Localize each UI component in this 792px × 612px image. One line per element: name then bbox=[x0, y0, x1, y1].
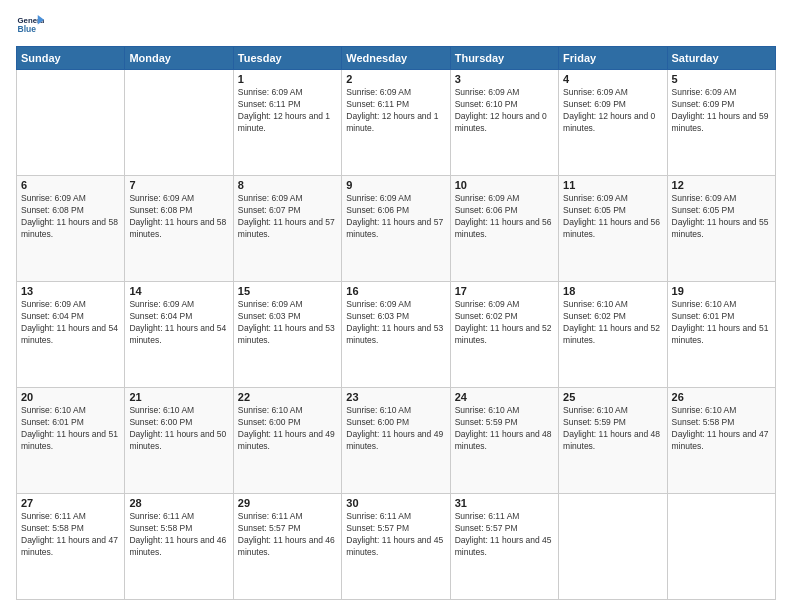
calendar-cell: 7Sunrise: 6:09 AMSunset: 6:08 PMDaylight… bbox=[125, 176, 233, 282]
cell-info: Sunrise: 6:09 AMSunset: 6:02 PMDaylight:… bbox=[455, 299, 554, 347]
day-number: 11 bbox=[563, 179, 662, 191]
cell-info: Sunrise: 6:09 AMSunset: 6:08 PMDaylight:… bbox=[129, 193, 228, 241]
calendar-cell: 14Sunrise: 6:09 AMSunset: 6:04 PMDayligh… bbox=[125, 282, 233, 388]
calendar-cell: 12Sunrise: 6:09 AMSunset: 6:05 PMDayligh… bbox=[667, 176, 775, 282]
day-number: 7 bbox=[129, 179, 228, 191]
cell-info: Sunrise: 6:09 AMSunset: 6:04 PMDaylight:… bbox=[21, 299, 120, 347]
calendar-cell bbox=[667, 494, 775, 600]
calendar-cell: 1Sunrise: 6:09 AMSunset: 6:11 PMDaylight… bbox=[233, 70, 341, 176]
day-number: 22 bbox=[238, 391, 337, 403]
cell-info: Sunrise: 6:10 AMSunset: 6:02 PMDaylight:… bbox=[563, 299, 662, 347]
cell-info: Sunrise: 6:09 AMSunset: 6:07 PMDaylight:… bbox=[238, 193, 337, 241]
calendar-cell: 23Sunrise: 6:10 AMSunset: 6:00 PMDayligh… bbox=[342, 388, 450, 494]
cell-info: Sunrise: 6:10 AMSunset: 6:00 PMDaylight:… bbox=[238, 405, 337, 453]
calendar-cell: 3Sunrise: 6:09 AMSunset: 6:10 PMDaylight… bbox=[450, 70, 558, 176]
cell-info: Sunrise: 6:09 AMSunset: 6:09 PMDaylight:… bbox=[563, 87, 662, 135]
cell-info: Sunrise: 6:09 AMSunset: 6:11 PMDaylight:… bbox=[238, 87, 337, 135]
cell-info: Sunrise: 6:10 AMSunset: 6:01 PMDaylight:… bbox=[21, 405, 120, 453]
cell-info: Sunrise: 6:11 AMSunset: 5:58 PMDaylight:… bbox=[21, 511, 120, 559]
cell-info: Sunrise: 6:09 AMSunset: 6:03 PMDaylight:… bbox=[238, 299, 337, 347]
svg-text:Blue: Blue bbox=[18, 24, 37, 34]
weekday-header-wednesday: Wednesday bbox=[342, 47, 450, 70]
day-number: 16 bbox=[346, 285, 445, 297]
calendar-cell: 27Sunrise: 6:11 AMSunset: 5:58 PMDayligh… bbox=[17, 494, 125, 600]
calendar-cell: 16Sunrise: 6:09 AMSunset: 6:03 PMDayligh… bbox=[342, 282, 450, 388]
day-number: 29 bbox=[238, 497, 337, 509]
calendar-cell: 28Sunrise: 6:11 AMSunset: 5:58 PMDayligh… bbox=[125, 494, 233, 600]
cell-info: Sunrise: 6:09 AMSunset: 6:05 PMDaylight:… bbox=[563, 193, 662, 241]
day-number: 8 bbox=[238, 179, 337, 191]
page: General Blue SundayMondayTuesdayWednesda… bbox=[0, 0, 792, 612]
calendar-cell: 2Sunrise: 6:09 AMSunset: 6:11 PMDaylight… bbox=[342, 70, 450, 176]
cell-info: Sunrise: 6:09 AMSunset: 6:04 PMDaylight:… bbox=[129, 299, 228, 347]
day-number: 5 bbox=[672, 73, 771, 85]
day-number: 26 bbox=[672, 391, 771, 403]
day-number: 23 bbox=[346, 391, 445, 403]
calendar-cell: 25Sunrise: 6:10 AMSunset: 5:59 PMDayligh… bbox=[559, 388, 667, 494]
week-row-1: 1Sunrise: 6:09 AMSunset: 6:11 PMDaylight… bbox=[17, 70, 776, 176]
logo-icon: General Blue bbox=[16, 12, 44, 40]
calendar-cell: 29Sunrise: 6:11 AMSunset: 5:57 PMDayligh… bbox=[233, 494, 341, 600]
cell-info: Sunrise: 6:11 AMSunset: 5:57 PMDaylight:… bbox=[346, 511, 445, 559]
cell-info: Sunrise: 6:10 AMSunset: 6:01 PMDaylight:… bbox=[672, 299, 771, 347]
day-number: 31 bbox=[455, 497, 554, 509]
calendar-cell: 19Sunrise: 6:10 AMSunset: 6:01 PMDayligh… bbox=[667, 282, 775, 388]
cell-info: Sunrise: 6:09 AMSunset: 6:03 PMDaylight:… bbox=[346, 299, 445, 347]
day-number: 21 bbox=[129, 391, 228, 403]
cell-info: Sunrise: 6:09 AMSunset: 6:08 PMDaylight:… bbox=[21, 193, 120, 241]
day-number: 18 bbox=[563, 285, 662, 297]
cell-info: Sunrise: 6:11 AMSunset: 5:58 PMDaylight:… bbox=[129, 511, 228, 559]
day-number: 15 bbox=[238, 285, 337, 297]
calendar-cell: 8Sunrise: 6:09 AMSunset: 6:07 PMDaylight… bbox=[233, 176, 341, 282]
weekday-header-tuesday: Tuesday bbox=[233, 47, 341, 70]
calendar-cell: 26Sunrise: 6:10 AMSunset: 5:58 PMDayligh… bbox=[667, 388, 775, 494]
day-number: 6 bbox=[21, 179, 120, 191]
cell-info: Sunrise: 6:09 AMSunset: 6:06 PMDaylight:… bbox=[455, 193, 554, 241]
calendar-cell: 20Sunrise: 6:10 AMSunset: 6:01 PMDayligh… bbox=[17, 388, 125, 494]
weekday-header-thursday: Thursday bbox=[450, 47, 558, 70]
day-number: 1 bbox=[238, 73, 337, 85]
cell-info: Sunrise: 6:09 AMSunset: 6:11 PMDaylight:… bbox=[346, 87, 445, 135]
day-number: 9 bbox=[346, 179, 445, 191]
calendar-cell bbox=[559, 494, 667, 600]
day-number: 25 bbox=[563, 391, 662, 403]
calendar-cell: 18Sunrise: 6:10 AMSunset: 6:02 PMDayligh… bbox=[559, 282, 667, 388]
day-number: 19 bbox=[672, 285, 771, 297]
week-row-2: 6Sunrise: 6:09 AMSunset: 6:08 PMDaylight… bbox=[17, 176, 776, 282]
calendar-cell: 11Sunrise: 6:09 AMSunset: 6:05 PMDayligh… bbox=[559, 176, 667, 282]
cell-info: Sunrise: 6:11 AMSunset: 5:57 PMDaylight:… bbox=[455, 511, 554, 559]
cell-info: Sunrise: 6:10 AMSunset: 5:58 PMDaylight:… bbox=[672, 405, 771, 453]
day-number: 13 bbox=[21, 285, 120, 297]
cell-info: Sunrise: 6:10 AMSunset: 5:59 PMDaylight:… bbox=[455, 405, 554, 453]
calendar-table: SundayMondayTuesdayWednesdayThursdayFrid… bbox=[16, 46, 776, 600]
cell-info: Sunrise: 6:09 AMSunset: 6:09 PMDaylight:… bbox=[672, 87, 771, 135]
calendar-cell: 31Sunrise: 6:11 AMSunset: 5:57 PMDayligh… bbox=[450, 494, 558, 600]
header: General Blue bbox=[16, 12, 776, 40]
day-number: 2 bbox=[346, 73, 445, 85]
calendar-cell: 17Sunrise: 6:09 AMSunset: 6:02 PMDayligh… bbox=[450, 282, 558, 388]
cell-info: Sunrise: 6:10 AMSunset: 6:00 PMDaylight:… bbox=[129, 405, 228, 453]
weekday-header-sunday: Sunday bbox=[17, 47, 125, 70]
weekday-header-monday: Monday bbox=[125, 47, 233, 70]
cell-info: Sunrise: 6:09 AMSunset: 6:06 PMDaylight:… bbox=[346, 193, 445, 241]
weekday-header-saturday: Saturday bbox=[667, 47, 775, 70]
cell-info: Sunrise: 6:10 AMSunset: 5:59 PMDaylight:… bbox=[563, 405, 662, 453]
day-number: 30 bbox=[346, 497, 445, 509]
day-number: 28 bbox=[129, 497, 228, 509]
calendar-cell: 10Sunrise: 6:09 AMSunset: 6:06 PMDayligh… bbox=[450, 176, 558, 282]
calendar-cell: 15Sunrise: 6:09 AMSunset: 6:03 PMDayligh… bbox=[233, 282, 341, 388]
cell-info: Sunrise: 6:11 AMSunset: 5:57 PMDaylight:… bbox=[238, 511, 337, 559]
calendar-cell: 13Sunrise: 6:09 AMSunset: 6:04 PMDayligh… bbox=[17, 282, 125, 388]
week-row-5: 27Sunrise: 6:11 AMSunset: 5:58 PMDayligh… bbox=[17, 494, 776, 600]
calendar-cell: 4Sunrise: 6:09 AMSunset: 6:09 PMDaylight… bbox=[559, 70, 667, 176]
calendar-cell bbox=[17, 70, 125, 176]
day-number: 14 bbox=[129, 285, 228, 297]
cell-info: Sunrise: 6:09 AMSunset: 6:10 PMDaylight:… bbox=[455, 87, 554, 135]
calendar-cell: 24Sunrise: 6:10 AMSunset: 5:59 PMDayligh… bbox=[450, 388, 558, 494]
cell-info: Sunrise: 6:09 AMSunset: 6:05 PMDaylight:… bbox=[672, 193, 771, 241]
day-number: 24 bbox=[455, 391, 554, 403]
day-number: 10 bbox=[455, 179, 554, 191]
calendar-cell: 21Sunrise: 6:10 AMSunset: 6:00 PMDayligh… bbox=[125, 388, 233, 494]
cell-info: Sunrise: 6:10 AMSunset: 6:00 PMDaylight:… bbox=[346, 405, 445, 453]
weekday-header-row: SundayMondayTuesdayWednesdayThursdayFrid… bbox=[17, 47, 776, 70]
